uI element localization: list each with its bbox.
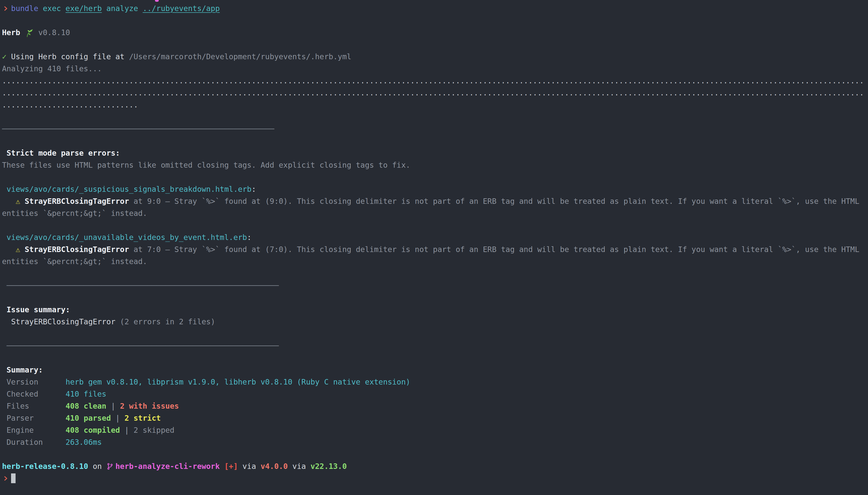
issue-summary-heading: Issue summary: [2, 304, 868, 316]
app-name: Herb [2, 28, 20, 37]
summary-value-parsed: 410 parsed [66, 414, 111, 423]
blank-line [2, 328, 868, 340]
text-segment [106, 402, 111, 410]
text-segment [2, 365, 6, 374]
text-segment [129, 426, 134, 434]
shell-status-line: herb-release-0.8.10 on herb-analyze-cli-… [2, 460, 868, 473]
summary-value-clean: 408 clean [66, 402, 106, 410]
prompt-chevron-icon [2, 473, 6, 484]
previous-line-cutoff-fragment [155, 0, 159, 2]
text-segment: via [288, 462, 311, 471]
terminal-cursor[interactable] [11, 474, 16, 483]
text-segment: Strict mode parse errors: [6, 149, 120, 157]
error-file-line: views/avo/cards/_unavailable_videos_by_e… [2, 232, 868, 243]
text-segment: exec [43, 4, 61, 13]
node-version: v22.13.0 [311, 462, 347, 471]
config-file-path: /Users/marcoroth/Development/rubyevents/… [129, 52, 351, 61]
text-segment [2, 341, 6, 350]
progress-dots-row: .............................. [2, 99, 868, 111]
summary-row-parser: Parser 410 parsed | 2 strict [2, 412, 868, 424]
blank-line [2, 448, 868, 460]
text-segment [220, 462, 224, 471]
issue-summary-line: StrayERBClosingTagError (2 errors in 2 f… [2, 316, 868, 328]
text-segment [102, 4, 106, 13]
issue-error-name: StrayERBClosingTagError [11, 317, 115, 326]
git-state-badge: [+] [224, 462, 238, 471]
text-segment [20, 28, 24, 37]
directory-name: herb-release-0.8.10 [2, 462, 88, 471]
strict-errors-heading: Strict mode parse errors: [2, 147, 868, 159]
config-file-line: ✓ Using Herb config file at /Users/marco… [2, 51, 868, 63]
text-segment [38, 4, 43, 13]
text-segment [120, 414, 124, 423]
herb-version-line: Herb v0.8.10 [2, 27, 868, 39]
text-segment: : [251, 185, 256, 193]
summary-label: Engine [2, 426, 66, 434]
progress-dots-row: ........................................… [2, 87, 868, 99]
blank-line [2, 484, 868, 495]
summary-label: Checked [2, 390, 66, 398]
summary-value-compiled: 408 compiled [66, 426, 120, 434]
issue-error-count: (2 errors in 2 files) [120, 317, 215, 326]
summary-row-duration: Duration 263.06ms [2, 436, 868, 448]
text-segment [6, 474, 11, 483]
summary-value-skipped: 2 skipped [134, 426, 174, 434]
blank-line [2, 15, 868, 27]
blank-line [2, 111, 868, 123]
text-segment: : [247, 233, 251, 242]
shell-prompt-line [2, 473, 868, 484]
text-segment: .............................. [2, 100, 138, 109]
blank-line [2, 39, 868, 51]
text-segment [2, 149, 6, 157]
text-segment [116, 317, 120, 326]
error-file-path: views/avo/cards/_suspicious_signals_brea… [6, 185, 251, 193]
blank-line [2, 135, 868, 147]
text-segment: ────────────────────────────────────────… [2, 124, 274, 133]
summary-value: herb gem v0.8.10, libprism v1.9.0, libhe… [66, 377, 411, 386]
text-segment [2, 185, 6, 193]
app-version: v0.8.10 [34, 28, 70, 37]
command-arg-app-path[interactable]: ../rubyevents/app [143, 4, 220, 13]
blank-line [2, 219, 868, 232]
text-segment [2, 281, 6, 290]
command-name: bundle [11, 4, 38, 13]
text-segment [6, 4, 11, 13]
text-segment: analyze [106, 4, 138, 13]
text-segment: ........................................… [2, 76, 864, 85]
command-arg-exe-herb[interactable]: exe/herb [66, 4, 102, 13]
text-segment: via [238, 462, 261, 471]
error-file-line: views/avo/cards/_suspicious_signals_brea… [2, 183, 868, 195]
summary-value-strict: 2 strict [124, 414, 161, 423]
check-icon: ✓ [2, 52, 6, 61]
summary-value: 263.06ms [66, 438, 102, 447]
summary-label: Parser [2, 414, 66, 423]
terminal[interactable]: bundle exec exe/herb analyze ../rubyeven… [0, 0, 868, 495]
text-segment [116, 402, 120, 410]
warning-icon: ⚠ [16, 197, 20, 206]
summary-label: Files [2, 402, 66, 410]
error-detail-line: ⚠ StrayERBClosingTagError at 7:0 – Stray… [2, 243, 868, 268]
summary-label: Duration [2, 438, 66, 447]
text-segment: Issue summary: [6, 305, 70, 314]
blank-line [2, 292, 868, 304]
text-segment [20, 245, 24, 254]
error-message: at 7:0 – Stray `%>` found at (7:0). This… [2, 245, 864, 266]
error-message: at 9:0 – Stray `%>` found at (9:0). This… [2, 197, 864, 218]
text-segment [120, 426, 124, 434]
text-segment [111, 462, 115, 471]
summary-label: Version [2, 377, 66, 386]
summary-value-issues: 2 with issues [120, 402, 179, 410]
blank-line [2, 352, 868, 364]
separator-line: ────────────────────────────────────────… [2, 340, 868, 352]
error-detail-line: ⚠ StrayERBClosingTagError at 9:0 – Stray… [2, 195, 868, 219]
progress-dots-row: ........................................… [2, 75, 868, 87]
text-segment [2, 245, 16, 254]
ruby-version: v4.0.0 [261, 462, 288, 471]
separator-line: ────────────────────────────────────────… [2, 280, 868, 292]
text-segment: ────────────────────────────────────────… [6, 281, 279, 290]
text-segment: These files use HTML patterns like omitt… [2, 161, 411, 169]
text-segment: ────────────────────────────────────────… [6, 341, 279, 350]
summary-row-checked: Checked 410 files [2, 388, 868, 400]
text-segment [20, 197, 24, 206]
text-segment: Summary: [6, 365, 43, 374]
